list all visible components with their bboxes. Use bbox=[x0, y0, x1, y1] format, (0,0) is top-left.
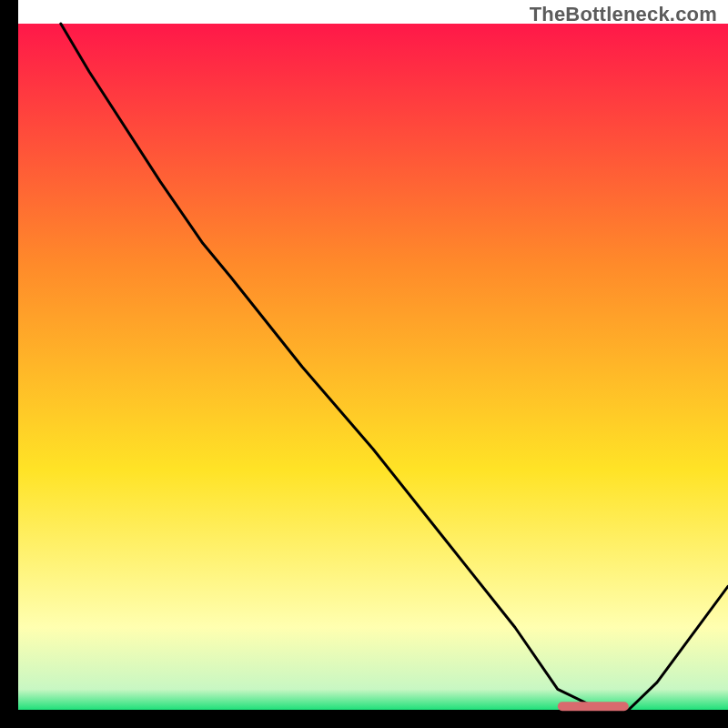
highlight-band bbox=[558, 702, 629, 711]
y-axis bbox=[0, 0, 18, 728]
chart-svg bbox=[0, 0, 728, 728]
x-axis bbox=[0, 710, 728, 728]
chart-container: TheBottleneck.com bbox=[0, 0, 728, 728]
